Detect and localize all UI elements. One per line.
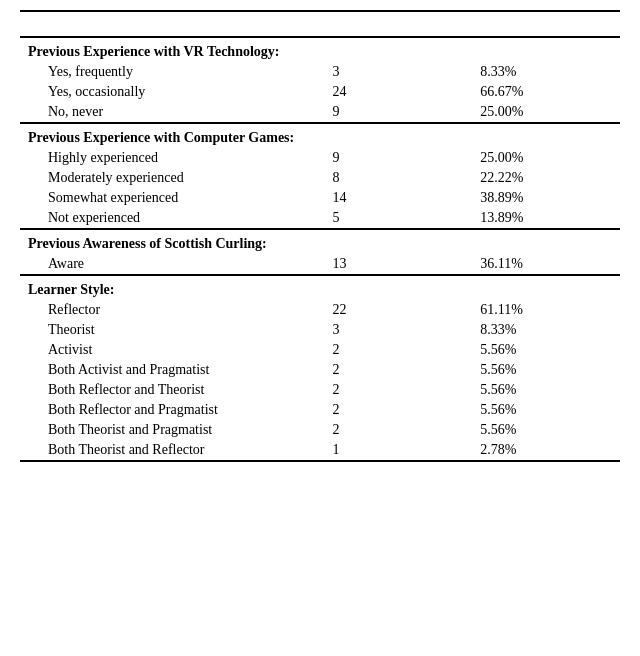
section-header-learner-style: Learner Style: (20, 275, 620, 300)
count-cell: 2 (324, 340, 472, 360)
count-cell: 9 (324, 148, 472, 168)
characteristic-cell: Moderately experienced (20, 168, 324, 188)
characteristic-cell: Somewhat experienced (20, 188, 324, 208)
percentage-cell: 5.56% (472, 380, 620, 400)
count-cell: 3 (324, 320, 472, 340)
table-row: Theorist38.33% (20, 320, 620, 340)
table-row: Somewhat experienced1438.89% (20, 188, 620, 208)
characteristic-cell: Both Reflector and Theorist (20, 380, 324, 400)
characteristic-cell: Yes, occasionally (20, 82, 324, 102)
count-cell: 2 (324, 380, 472, 400)
characteristic-cell: No, never (20, 102, 324, 123)
percentage-cell: 22.22% (472, 168, 620, 188)
count-cell: 13 (324, 254, 472, 275)
characteristic-cell: Highly experienced (20, 148, 324, 168)
table-row: Both Reflector and Pragmatist25.56% (20, 400, 620, 420)
table-row: Reflector2261.11% (20, 300, 620, 320)
table-row: Moderately experienced822.22% (20, 168, 620, 188)
percentage-cell: 66.67% (472, 82, 620, 102)
characteristic-cell: Both Theorist and Reflector (20, 440, 324, 461)
characteristic-cell: Reflector (20, 300, 324, 320)
characteristic-cell: Not experienced (20, 208, 324, 229)
characteristic-cell: Theorist (20, 320, 324, 340)
percentage-cell: 13.89% (472, 208, 620, 229)
table-row: Activist25.56% (20, 340, 620, 360)
table-row: Aware1336.11% (20, 254, 620, 275)
count-cell: 2 (324, 420, 472, 440)
characteristic-cell: Yes, frequently (20, 62, 324, 82)
table-row: No, never925.00% (20, 102, 620, 123)
statistics-table: Previous Experience with VR Technology:Y… (20, 10, 620, 462)
percentage-cell: 36.11% (472, 254, 620, 275)
characteristic-cell: Both Reflector and Pragmatist (20, 400, 324, 420)
count-cell: 5 (324, 208, 472, 229)
percentage-cell: 5.56% (472, 340, 620, 360)
percentage-cell: 8.33% (472, 62, 620, 82)
count-cell: 1 (324, 440, 472, 461)
table-row: Both Reflector and Theorist25.56% (20, 380, 620, 400)
characteristic-cell: Both Activist and Pragmatist (20, 360, 324, 380)
percentage-cell: 2.78% (472, 440, 620, 461)
percentage-cell: 8.33% (472, 320, 620, 340)
count-cell: 22 (324, 300, 472, 320)
count-cell: 3 (324, 62, 472, 82)
table-row: Yes, frequently38.33% (20, 62, 620, 82)
percentage-header (472, 11, 620, 37)
percentage-cell: 25.00% (472, 102, 620, 123)
table-row: Both Activist and Pragmatist25.56% (20, 360, 620, 380)
percentage-cell: 5.56% (472, 420, 620, 440)
table-row: Not experienced513.89% (20, 208, 620, 229)
percentage-cell: 5.56% (472, 360, 620, 380)
percentage-cell: 38.89% (472, 188, 620, 208)
table-row: Both Theorist and Reflector12.78% (20, 440, 620, 461)
count-cell: 24 (324, 82, 472, 102)
count-header (324, 11, 472, 37)
characteristic-cell: Aware (20, 254, 324, 275)
percentage-cell: 25.00% (472, 148, 620, 168)
section-header-computer-games: Previous Experience with Computer Games: (20, 123, 620, 148)
table-row: Highly experienced925.00% (20, 148, 620, 168)
characteristics-header (20, 11, 324, 37)
count-cell: 14 (324, 188, 472, 208)
count-cell: 2 (324, 360, 472, 380)
count-cell: 9 (324, 102, 472, 123)
characteristic-cell: Activist (20, 340, 324, 360)
count-cell: 2 (324, 400, 472, 420)
characteristic-cell: Both Theorist and Pragmatist (20, 420, 324, 440)
percentage-cell: 5.56% (472, 400, 620, 420)
section-header-vr-experience: Previous Experience with VR Technology: (20, 37, 620, 62)
count-cell: 8 (324, 168, 472, 188)
table-row: Yes, occasionally2466.67% (20, 82, 620, 102)
section-header-scottish-curling: Previous Awareness of Scottish Curling: (20, 229, 620, 254)
table-row: Both Theorist and Pragmatist25.56% (20, 420, 620, 440)
percentage-cell: 61.11% (472, 300, 620, 320)
